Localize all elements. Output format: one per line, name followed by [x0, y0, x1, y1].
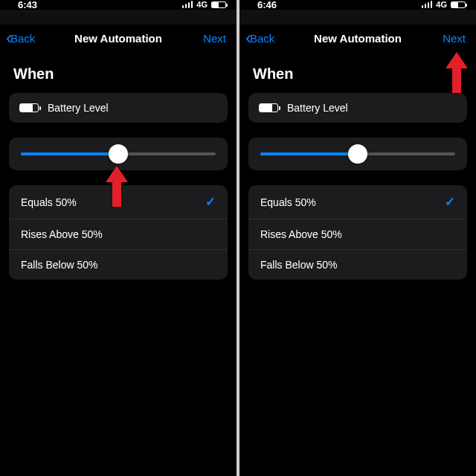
option-label: Equals 50%	[21, 196, 77, 208]
network-label: 4G	[196, 0, 208, 9]
screen-1: 6:43 4G ‹ Back New Automation Next When …	[0, 0, 237, 476]
status-bar: 6:43 4G	[0, 0, 237, 10]
slider-fill	[21, 152, 118, 155]
condition-options: Equals 50% ✓ Rises Above 50% Falls Below…	[9, 185, 228, 280]
option-rises-above[interactable]: Rises Above 50%	[248, 219, 467, 250]
back-label: Back	[10, 32, 35, 45]
slider-thumb[interactable]	[109, 144, 128, 164]
option-label: Falls Below 50%	[21, 259, 98, 271]
network-label: 4G	[436, 0, 447, 9]
battery-status-icon	[451, 1, 466, 8]
slider-fill	[260, 152, 358, 155]
slider-thumb[interactable]	[348, 144, 367, 164]
checkmark-icon: ✓	[445, 194, 455, 210]
back-button[interactable]: ‹ Back	[6, 29, 35, 47]
battery-icon	[259, 103, 278, 112]
status-right-cluster: 4G	[182, 0, 226, 9]
next-button[interactable]: Next	[203, 32, 226, 45]
signal-icon	[182, 1, 193, 8]
option-label: Equals 50%	[260, 196, 316, 208]
signal-icon	[422, 1, 433, 8]
back-label: Back	[250, 32, 274, 45]
section-header-when: When	[239, 58, 476, 93]
back-button[interactable]: ‹ Back	[245, 29, 274, 47]
page-title: New Automation	[314, 32, 402, 45]
next-button[interactable]: Next	[443, 32, 466, 45]
navigation-bar: ‹ Back New Automation Next	[239, 18, 476, 58]
trigger-card[interactable]: Battery Level	[248, 93, 467, 123]
option-equals[interactable]: Equals 50% ✓	[9, 185, 228, 219]
option-label: Falls Below 50%	[260, 259, 338, 271]
slider-card	[248, 138, 467, 170]
option-label: Rises Above 50%	[260, 228, 342, 240]
status-time: 6:43	[18, 0, 37, 10]
trigger-label: Battery Level	[48, 102, 109, 114]
slider-card	[9, 138, 228, 170]
screen-2: 6:46 4G ‹ Back New Automation Next When …	[239, 0, 476, 476]
condition-options: Equals 50% ✓ Rises Above 50% Falls Below…	[248, 185, 467, 280]
section-header-when: When	[0, 58, 237, 93]
status-right-cluster: 4G	[422, 0, 466, 9]
page-title: New Automation	[74, 32, 162, 45]
checkmark-icon: ✓	[205, 194, 216, 210]
battery-icon	[19, 103, 39, 112]
battery-status-icon	[211, 1, 226, 8]
navigation-bar: ‹ Back New Automation Next	[0, 18, 237, 58]
trigger-label: Battery Level	[287, 102, 348, 114]
status-bar: 6:46 4G	[239, 0, 476, 10]
slider-track[interactable]	[21, 152, 216, 155]
option-rises-above[interactable]: Rises Above 50%	[9, 219, 228, 250]
option-falls-below[interactable]: Falls Below 50%	[248, 250, 467, 280]
option-label: Rises Above 50%	[21, 228, 103, 240]
slider-track[interactable]	[260, 152, 455, 155]
status-time: 6:46	[257, 0, 277, 10]
option-falls-below[interactable]: Falls Below 50%	[9, 250, 228, 280]
option-equals[interactable]: Equals 50% ✓	[248, 185, 467, 219]
trigger-card[interactable]: Battery Level	[9, 93, 228, 123]
